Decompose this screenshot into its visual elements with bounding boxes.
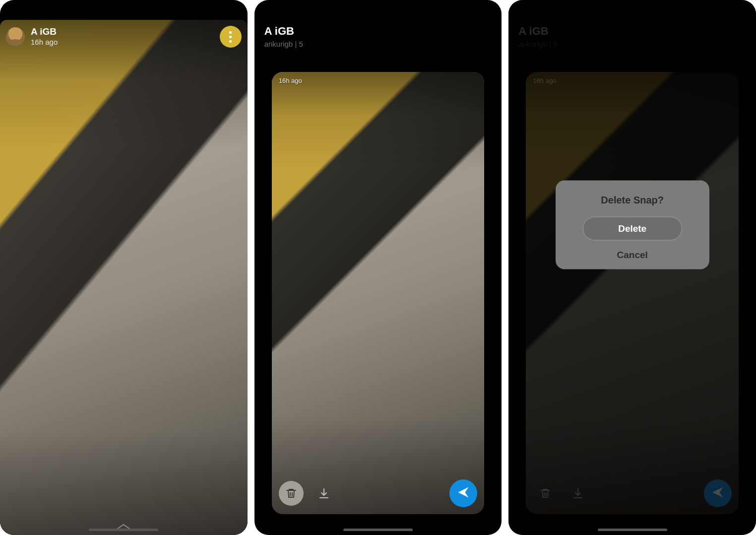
profile-name: A iGB: [264, 25, 492, 38]
profile-subtitle: ankurigb | 5: [264, 40, 492, 48]
send-icon: [456, 485, 470, 501]
snap-card[interactable]: 16h ago: [272, 72, 485, 514]
snap-photo: [272, 72, 485, 514]
story-view[interactable]: A iGB 16h ago: [0, 20, 248, 535]
more-options-button[interactable]: [220, 26, 242, 48]
story-time: 16h ago: [31, 38, 214, 47]
avatar[interactable]: [6, 27, 25, 46]
screenshot-2: A iGB ankurigb | 5 16h ago: [254, 0, 502, 535]
download-icon: [318, 487, 330, 499]
more-dots-icon: [229, 31, 232, 34]
profile-header: A iGB ankurigb | 5: [264, 25, 492, 48]
delete-confirm-dialog: Delete Snap? Delete Cancel: [556, 180, 709, 269]
screenshot-3: A iGB ankurigb | 5 16h ago: [508, 0, 756, 535]
send-snap-button[interactable]: [449, 479, 477, 507]
cancel-button[interactable]: Cancel: [583, 249, 682, 260]
story-user-name: A iGB: [31, 27, 214, 37]
confirm-delete-button[interactable]: Delete: [583, 216, 682, 240]
story-header: A iGB 16h ago: [6, 26, 242, 48]
trash-icon: [285, 487, 297, 499]
home-indicator[interactable]: [89, 529, 158, 531]
story-header-text: A iGB 16h ago: [31, 27, 214, 46]
dialog-title: Delete Snap?: [565, 194, 700, 205]
snap-timestamp: 16h ago: [279, 77, 302, 84]
screenshot-1: A iGB 16h ago: [0, 0, 248, 535]
download-snap-button[interactable]: [312, 481, 336, 506]
story-photo: [0, 20, 248, 535]
snap-actions: [279, 479, 478, 507]
home-indicator[interactable]: [598, 529, 667, 531]
delete-snap-button[interactable]: [279, 481, 304, 506]
home-indicator[interactable]: [343, 529, 413, 531]
